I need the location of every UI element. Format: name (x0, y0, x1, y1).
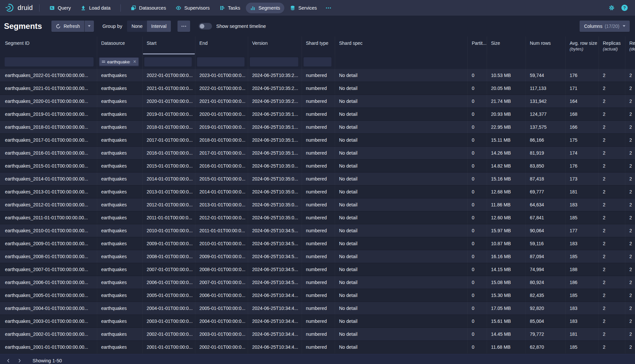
table-cell: 87,418 (526, 173, 566, 185)
nav-item-tasks[interactable]: Tasks (215, 3, 245, 13)
nav-item-supervisors[interactable]: Supervisors (172, 3, 214, 13)
column-label: Avg. row size (570, 40, 596, 46)
table-row[interactable]: earthquakes_2018-01-01T00:00:00.00...ear… (0, 121, 635, 134)
table-cell: 168 (566, 108, 599, 120)
table-cell: 2 (625, 263, 635, 276)
table-row[interactable]: earthquakes_2019-01-01T00:00:00.00...ear… (0, 108, 635, 121)
table-row[interactable]: earthquakes_2006-01-01T00:00:00.00...ear… (0, 276, 635, 289)
table-row[interactable]: earthquakes_2017-01-01T00:00:00.00...ear… (0, 134, 635, 147)
table-row[interactable]: earthquakes_2003-01-01T00:00:00.00...ear… (0, 315, 635, 328)
table-row[interactable]: earthquakes_2014-01-01T00:00:00.00...ear… (0, 173, 635, 185)
table-cell: 2008-01-01T00:00:0... (143, 250, 195, 263)
group-by-none-button[interactable]: None (127, 21, 147, 32)
group-by-interval-button[interactable]: Interval (147, 21, 171, 32)
table-row[interactable]: earthquakes_2008-01-01T00:00:00.00...ear… (0, 250, 635, 263)
column-header-partition[interactable]: Partit... (468, 36, 487, 54)
column-header-shard-type[interactable]: Shard type (302, 36, 335, 54)
columns-button[interactable]: Columns (17/20) (580, 21, 630, 32)
table-cell: numbered (302, 250, 335, 263)
more-actions-button[interactable] (177, 21, 190, 32)
table-row[interactable]: earthquakes_2012-01-01T00:00:00.00...ear… (0, 198, 635, 211)
table-cell: numbered (302, 108, 335, 120)
column-header-version[interactable]: Version (248, 36, 302, 54)
table-cell: 0 (468, 160, 487, 172)
load-data-icon (81, 5, 86, 11)
chevron-left-icon (6, 358, 11, 363)
nav-item-segments[interactable]: Segments (246, 3, 284, 13)
column-header-datasource[interactable]: Datasource (97, 36, 143, 54)
table-row[interactable]: earthquakes_2021-01-01T00:00:00.00...ear… (0, 82, 635, 95)
table-cell: 14.15 MB (487, 263, 526, 276)
nav-item-datasources[interactable]: Datasources (126, 3, 170, 13)
table-row[interactable]: earthquakes_2005-01-01T00:00:00.00...ear… (0, 289, 635, 302)
table-cell: 2024-06-25T10:35:1... (248, 134, 302, 146)
datasource-filter-tag[interactable]: earthquakes × (100, 58, 138, 66)
column-header-replicas[interactable]: Replicas(actual) (599, 36, 625, 54)
page-title: Segments (4, 22, 42, 31)
table-cell: 87,094 (526, 250, 566, 263)
table-row[interactable]: earthquakes_2010-01-01T00:00:00.00...ear… (0, 224, 635, 237)
table-cell: numbered (302, 173, 335, 185)
druid-logo[interactable]: druid (5, 3, 33, 12)
end-filter-input[interactable] (197, 57, 245, 67)
shard-type-filter-input[interactable] (303, 57, 332, 67)
nav-item-query[interactable]: Query (45, 3, 75, 13)
segment-timeline-toggle[interactable] (199, 23, 212, 30)
pagination-footer: Showing 1-50 (0, 354, 635, 364)
nav-divider (39, 4, 39, 12)
refresh-button[interactable]: Refresh (51, 21, 84, 32)
column-header-avg-row-size[interactable]: Avg. row size(bytes) (566, 36, 599, 54)
close-icon[interactable]: × (132, 59, 137, 65)
table-cell: No detail (335, 121, 468, 133)
table-cell: earthquakes (97, 173, 143, 185)
table-cell: 2 (599, 121, 625, 133)
table-cell: 2 (625, 108, 635, 120)
column-sublabel: (bytes) (570, 46, 596, 52)
table-row[interactable]: earthquakes_2016-01-01T00:00:00.00...ear… (0, 147, 635, 160)
table-cell: 0 (468, 211, 487, 224)
table-cell: 0 (468, 173, 487, 185)
datasource-filter-input[interactable]: earthquakes × (99, 57, 139, 67)
table-row[interactable]: earthquakes_2022-01-01T00:00:00.00...ear… (0, 69, 635, 82)
table-row[interactable]: earthquakes_2015-01-01T00:00:00.00...ear… (0, 160, 635, 173)
nav-item-services[interactable]: Services (286, 3, 321, 13)
nav-more-button[interactable] (322, 3, 334, 13)
table-cell: earthquakes (97, 95, 143, 108)
column-header-segment-id[interactable]: Segment ID (0, 36, 97, 54)
help-button[interactable]: ? (621, 5, 628, 11)
table-row[interactable]: earthquakes_2020-01-01T00:00:00.00...ear… (0, 95, 635, 108)
table-row[interactable]: earthquakes_2009-01-01T00:00:00.00...ear… (0, 237, 635, 250)
table-cell: 2007-01-01T00:00:0... (195, 276, 248, 289)
segments-icon (250, 5, 255, 11)
table-cell: earthquakes (97, 237, 143, 250)
table-cell: 2 (599, 108, 625, 120)
column-header-shard-spec[interactable]: Shard spec (335, 36, 468, 54)
settings-button[interactable] (608, 5, 615, 11)
refresh-options-button[interactable] (85, 21, 94, 32)
column-header-replication-factor[interactable]: Replication factor(desired) (625, 36, 635, 54)
table-cell: 62,870 (526, 341, 566, 353)
segment-id-filter-input[interactable] (4, 57, 94, 67)
table-row[interactable]: earthquakes_2011-01-01T00:00:00.00...ear… (0, 211, 635, 224)
nav-item-load-data[interactable]: Load data (76, 3, 115, 13)
column-header-size[interactable]: Size (487, 36, 526, 54)
table-cell: 86,166 (526, 134, 566, 146)
table-row[interactable]: earthquakes_2002-01-01T00:00:00.00...ear… (0, 328, 635, 341)
table-row[interactable]: earthquakes_2007-01-01T00:00:00.00...ear… (0, 263, 635, 276)
table-cell: 2002-01-01T00:00:0... (143, 328, 195, 340)
table-row[interactable]: earthquakes_2013-01-01T00:00:00.00...ear… (0, 185, 635, 198)
start-filter-input[interactable] (144, 57, 192, 67)
table-row[interactable]: earthquakes_2001-01-01T00:00:00.00...ear… (0, 341, 635, 354)
table-cell: 181 (566, 328, 599, 340)
column-header-end[interactable]: End (195, 36, 248, 54)
table-cell: 188 (566, 263, 599, 276)
filter-row: earthquakes × (0, 54, 635, 69)
table-row[interactable]: earthquakes_2004-01-01T00:00:00.00...ear… (0, 302, 635, 315)
next-page-button[interactable] (14, 356, 25, 364)
toggle-knob (200, 24, 204, 29)
table-cell: 0 (468, 147, 487, 159)
column-header-start[interactable]: Start (143, 36, 195, 54)
version-filter-input[interactable] (249, 57, 299, 67)
column-header-num-rows[interactable]: Num rows (526, 36, 566, 54)
previous-page-button[interactable] (3, 356, 14, 364)
